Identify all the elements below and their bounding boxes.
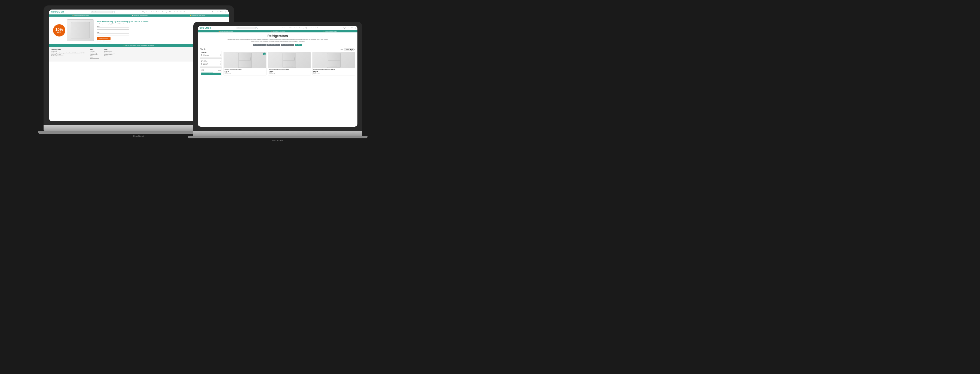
email-label: Email * (97, 32, 100, 33)
solid-count: (8) (220, 54, 221, 55)
cat-btn-small[interactable]: Small Medical Refrigerators (253, 44, 266, 46)
sitemap[interactable]: Sitemap (104, 55, 115, 56)
name-form-group: Name * (97, 26, 129, 30)
glass-label: Door Type Glass (203, 55, 209, 56)
ward-fridge-label-3: COOLMED WARD FRIDGE (331, 66, 337, 67)
cat-btn-ward[interactable]: Ward Fridges (295, 44, 302, 46)
price-range: £49.99 £109.99 (201, 70, 221, 71)
product-name-1: Solid Door Small Refrigerator CMS29 (224, 69, 266, 70)
filter-small-fridge: Small Fridge (5) (201, 61, 221, 62)
search-icon-back: 🔍 (113, 11, 115, 13)
glass-checkbox[interactable] (201, 55, 202, 56)
fridge-shape-2: COOLMED WARD FRIDGE (283, 53, 296, 68)
product-card-2[interactable]: COOLMED WARD FRIDGE Solid Door Small War… (268, 52, 311, 75)
search-input-front[interactable] (237, 27, 256, 29)
fridge-handle-2 (294, 58, 295, 60)
search-input-back[interactable] (91, 11, 113, 13)
warranty-front: ⭐ 5-year parts and labour warranty (323, 31, 336, 32)
my-account-front[interactable]: My Account (344, 27, 348, 29)
help-warranty[interactable]: Warranty information (90, 58, 99, 59)
nav-refrigerators-front[interactable]: Refrigerators (283, 27, 288, 29)
nav-back: COOLMED 🔍 Refrigerators Industries Servi… (49, 10, 229, 14)
privacy-cookie-policy[interactable]: Privacy and Cookie Policy (104, 53, 115, 54)
nav-about-back[interactable]: About Us (173, 11, 178, 13)
nav-links-front: Refrigerators Industries Services Knowle… (283, 27, 318, 29)
medium-fridge-checkbox[interactable] (201, 63, 202, 64)
warranty-banner-top-back: ⭐ 5-year parts and labour warranty (190, 15, 205, 16)
solid-checkbox[interactable] (201, 54, 202, 55)
help-troubleshooting[interactable]: Troubleshooting (90, 53, 99, 54)
sort-select[interactable]: Position (344, 48, 354, 51)
name-input[interactable] (97, 27, 129, 30)
price-min: £49.99 (201, 70, 204, 71)
macbook-base-front (193, 131, 362, 136)
nav-faqs-front[interactable]: FAQs (305, 27, 307, 29)
help-delivery[interactable]: Delivery (90, 55, 99, 56)
company-name: CoolMed Ltd (51, 51, 84, 52)
footer-legal-col: Legal WEEE Compliance Privacy and Cookie… (104, 49, 115, 59)
discount-badge: 10% OFF (53, 24, 65, 37)
price-slider[interactable] (201, 72, 221, 72)
page-title-front: Refrigerators (198, 32, 358, 38)
door-type-title: Door Type (201, 52, 221, 53)
sort-by-label: Sort By (340, 49, 343, 50)
price-search-button[interactable]: Search (201, 73, 221, 75)
lightbulb-icon-back: 💡 (123, 45, 125, 46)
email-input[interactable] (97, 33, 129, 35)
cat-btn-large[interactable]: Large Medical Refrigerators (281, 44, 294, 46)
warranty-text-back: Are you a new owner? Activate your warra… (126, 45, 154, 46)
weee-compliance[interactable]: WEEE Compliance (104, 51, 115, 52)
nav-faqs-back[interactable]: FAQs (169, 11, 172, 13)
fridge-door-line-2 (283, 60, 295, 61)
product-name-2: Solid Door Small Ward Refrigerator CMWF2… (269, 69, 310, 70)
price-title: Price (201, 69, 221, 70)
nav-contact-back[interactable]: Contact Us (180, 11, 185, 13)
small-fridge-count: (5) (220, 61, 221, 62)
macbook-label-front: MacBook (193, 139, 362, 142)
nav-contact-front[interactable]: Contact Us (313, 27, 318, 29)
product-card-3[interactable]: COOLMED WARD FRIDGE Solid Door Medium Wa… (312, 52, 355, 75)
product-card-1[interactable]: 5 Solid Door Small Refrigerator CMS29 £3… (223, 52, 267, 75)
sort-toggle-icon[interactable]: ⇅ (355, 49, 355, 50)
products-area: Sort By Position ⇅ (223, 48, 355, 77)
delivery-front: 🚚 Next day/Saturday delivery available (219, 31, 233, 32)
heart-icon-back: ♥ (219, 11, 219, 13)
page-desc2-front: Our range of products is suitable for al… (198, 41, 358, 43)
price-filter: Price £49.99 £109.99 Search (200, 67, 222, 76)
send-voucher-button[interactable]: Send my voucher (97, 37, 111, 40)
filter-large-fridge: Large Fridge (5) (201, 64, 221, 65)
nav-refrigerators-back[interactable]: Refrigerators (142, 11, 148, 13)
nav-knowledge-back[interactable]: Knowledge (162, 11, 168, 13)
screen-outer-front: COOLMED 🔍 Refrigerators Industries Servi… (193, 22, 362, 131)
company-address: Unit 31, Longwood Park, Longwood Road, T… (51, 53, 84, 54)
green-banner-front: 🚚 Next day/Saturday delivery available ⏰… (198, 30, 358, 32)
company-email: Email: sales@coolmed.co.uk (51, 55, 84, 56)
products-grid: 5 Solid Door Small Refrigerator CMS29 £3… (223, 52, 355, 75)
green-banner-back: 🚚 Next day/Saturday delivery available ⏰… (49, 14, 229, 17)
nav-knowledge-front[interactable]: Knowledge (299, 27, 304, 29)
nav-services-back[interactable]: Services (156, 11, 160, 13)
nav-about-front[interactable]: About Us (309, 27, 312, 29)
fridge-handle-3 (339, 58, 339, 60)
help-returns[interactable]: Returns (90, 57, 99, 58)
nav-industries-back[interactable]: Industries (150, 11, 154, 13)
cat-btn-medium[interactable]: Medium Medical Refrigerators (267, 44, 280, 46)
my-account-back[interactable]: My Account (212, 11, 218, 13)
wishlist-back[interactable]: Wishlist (220, 11, 224, 13)
help-contact[interactable]: Contact Us (90, 51, 99, 52)
large-fridge-checkbox[interactable] (201, 64, 202, 65)
email-form-group: Email * (97, 31, 129, 36)
filter-medium-fridge: Medium Fridge (3) (201, 63, 221, 64)
wishlist-front[interactable]: Wishlist (351, 27, 354, 29)
nav-services-front[interactable]: Services (294, 27, 298, 29)
sort-bar: Sort By Position ⇅ (223, 48, 355, 51)
nav-industries-front[interactable]: Industries (290, 27, 293, 29)
macbook-front: COOLMED 🔍 Refrigerators Industries Servi… (193, 22, 362, 153)
category-buttons: Small Medical Refrigerators Medium Medic… (198, 44, 358, 46)
nav-front: COOLMED 🔍 Refrigerators Industries Servi… (198, 26, 358, 30)
unit-size-filter: Unit Size Small Fridge (5) Medium Fridge… (200, 58, 222, 67)
help-customer-service[interactable]: Customer Service (90, 54, 99, 55)
small-fridge-checkbox[interactable] (201, 61, 202, 62)
terms-conditions[interactable]: Terms & Conditions (104, 54, 115, 55)
fridge-door-line-1 (239, 60, 251, 61)
